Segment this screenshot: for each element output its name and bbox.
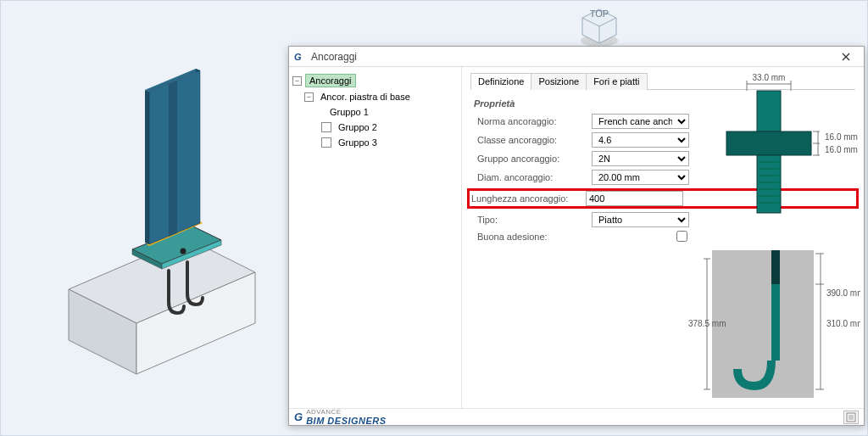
close-button[interactable] xyxy=(832,48,860,66)
label-anchor-group: Gruppo ancoraggio: xyxy=(477,154,592,164)
app-icon: G xyxy=(294,51,306,63)
tree-group-3[interactable]: Gruppo 3 xyxy=(292,135,458,150)
svg-rect-27 xyxy=(726,131,811,155)
svg-rect-28 xyxy=(757,155,781,213)
svg-text:16.0 mm: 16.0 mm xyxy=(825,132,858,142)
svg-text:TOP: TOP xyxy=(590,8,609,19)
svg-text:390.0 mm: 390.0 mm xyxy=(826,288,860,298)
svg-rect-44 xyxy=(771,284,780,361)
viewcube[interactable]: TOP xyxy=(574,5,625,52)
svg-rect-26 xyxy=(757,91,781,131)
dialog-footer: G ADVANCE BIM DESIGNERS xyxy=(289,408,864,425)
select-anchor-class[interactable]: 4.6 xyxy=(592,132,689,148)
svg-point-12 xyxy=(181,249,186,254)
tree-group-2[interactable]: Gruppo 2 xyxy=(292,120,458,135)
help-button[interactable] xyxy=(843,411,859,424)
svg-text:310.0 mm: 310.0 mm xyxy=(826,319,860,328)
anchor-side-diagram: 378.5 mm 390.0 mm 310.0 mm xyxy=(687,243,860,405)
tree-root-label[interactable]: Ancoraggi xyxy=(305,74,356,87)
collapse-icon[interactable]: − xyxy=(304,92,314,102)
tree-group-1[interactable]: Gruppo 1 xyxy=(292,104,458,120)
tree-baseplate[interactable]: − Ancor. piastra di base xyxy=(292,89,458,104)
properties-panel: Definizione Posizione Fori e piatti Prop… xyxy=(462,67,864,408)
tree-panel: − Ancoraggi − Ancor. piastra di base Gru… xyxy=(289,67,462,408)
svg-marker-8 xyxy=(145,90,149,244)
anchor-top-diagram: 33.0 mm xyxy=(708,72,860,216)
tree-group-label[interactable]: Gruppo 1 xyxy=(326,106,372,118)
tab-position[interactable]: Posizione xyxy=(531,73,587,90)
svg-rect-42 xyxy=(712,250,814,398)
svg-text:378.5 mm: 378.5 mm xyxy=(688,319,726,328)
row-good-adhesion: Buona adesione: xyxy=(470,231,855,242)
label-good-adhesion: Buona adesione: xyxy=(477,232,592,242)
svg-rect-43 xyxy=(771,250,780,284)
svg-marker-11 xyxy=(169,81,177,237)
dialog-title: Ancoraggi xyxy=(311,51,832,63)
checkbox[interactable] xyxy=(321,122,331,132)
select-anchor-diameter[interactable]: 20.00 mm xyxy=(592,170,689,185)
anchors-dialog: G Ancoraggi − Ancoraggi − Ancor. piastra… xyxy=(288,46,865,426)
checkbox-good-adhesion[interactable] xyxy=(676,231,687,242)
svg-rect-56 xyxy=(849,415,854,420)
label-anchor-diameter: Diam. ancoraggio: xyxy=(477,172,592,182)
svg-text:G: G xyxy=(294,52,302,62)
dialog-titlebar[interactable]: G Ancoraggi xyxy=(289,47,864,67)
label-anchor-length: Lunghezza ancoraggio: xyxy=(471,193,586,204)
svg-text:16.0 mm: 16.0 mm xyxy=(825,145,858,154)
select-anchor-group[interactable]: 2N xyxy=(592,151,689,166)
tree-group-label[interactable]: Gruppo 2 xyxy=(335,121,381,133)
select-anchor-standard[interactable]: French cane anchor xyxy=(592,114,689,129)
collapse-icon[interactable]: − xyxy=(292,76,302,86)
tree-root[interactable]: − Ancoraggi xyxy=(292,72,458,89)
tab-holes-plates[interactable]: Fori e piatti xyxy=(586,73,647,90)
tree-group-label[interactable]: Gruppo 3 xyxy=(335,137,381,148)
label-anchor-type: Tipo: xyxy=(477,215,592,225)
label-anchor-class: Classe ancoraggio: xyxy=(477,135,592,145)
brand-logo: G ADVANCE BIM DESIGNERS xyxy=(294,408,387,426)
input-anchor-length[interactable] xyxy=(586,191,683,206)
select-anchor-type[interactable]: Piatto xyxy=(592,212,689,227)
svg-text:33.0 mm: 33.0 mm xyxy=(753,73,786,82)
tab-definition[interactable]: Definizione xyxy=(470,73,531,90)
model-3d xyxy=(52,52,272,393)
label-anchor-standard: Norma ancoraggio: xyxy=(477,116,592,126)
checkbox[interactable] xyxy=(321,137,331,148)
tree-baseplate-label[interactable]: Ancor. piastra di base xyxy=(317,91,414,103)
